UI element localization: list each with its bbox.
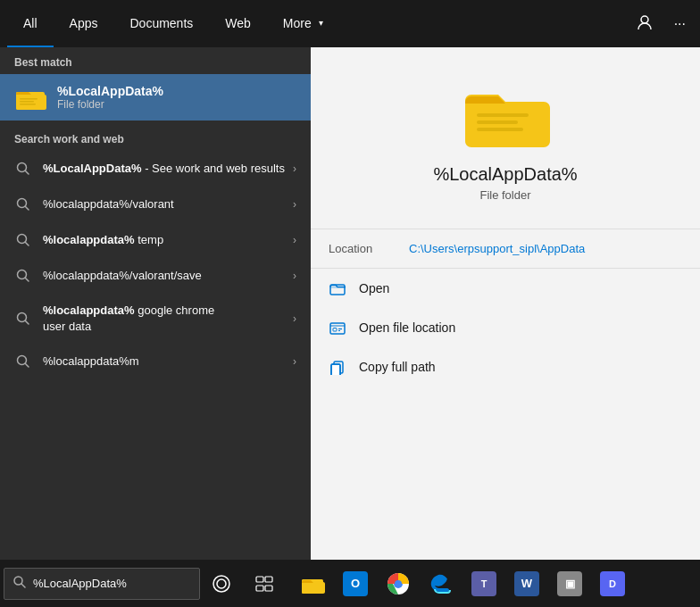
list-item-text: %LocalAppData% - See work and web result… xyxy=(43,161,293,177)
result-title: %LocalAppData% xyxy=(433,164,577,185)
svg-line-8 xyxy=(26,207,29,211)
more-options-button[interactable]: ··· xyxy=(667,9,693,39)
svg-rect-32 xyxy=(256,577,263,582)
open-file-location-action[interactable]: Open file location xyxy=(311,308,700,347)
svg-line-14 xyxy=(26,321,29,325)
word-icon: W xyxy=(514,571,539,596)
app-button[interactable]: ▣ xyxy=(550,560,589,607)
teams-icon: T xyxy=(471,571,496,596)
tab-more[interactable]: More ▾ xyxy=(267,0,339,47)
svg-rect-17 xyxy=(477,113,529,117)
list-item[interactable]: %localappdata% google chromeuser data › xyxy=(0,294,311,344)
location-link[interactable]: C:\Users\erpsupport_sipl\AppData xyxy=(409,242,585,255)
svg-point-30 xyxy=(213,576,229,592)
app-icon: ▣ xyxy=(557,571,582,596)
open-folder-icon xyxy=(329,279,346,297)
search-icon xyxy=(14,353,32,370)
top-nav: All Apps Documents Web More ▾ ··· xyxy=(0,0,700,47)
svg-line-16 xyxy=(26,364,29,368)
copy-icon xyxy=(329,358,346,376)
chevron-right-icon: › xyxy=(293,270,296,282)
best-match-label: Best match xyxy=(0,47,311,74)
svg-point-31 xyxy=(217,579,226,588)
svg-rect-33 xyxy=(265,577,272,582)
task-view-button[interactable] xyxy=(243,560,286,607)
taskbar-apps: O xyxy=(293,560,632,607)
tab-web[interactable]: Web xyxy=(209,0,267,47)
location-row: Location C:\Users\erpsupport_sipl\AppDat… xyxy=(311,229,700,269)
taskbar-search-box[interactable]: %LocalAppData% xyxy=(4,568,200,600)
search-icon xyxy=(14,231,32,249)
open-location-icon xyxy=(329,319,346,337)
list-item[interactable]: %localappdata% temp › xyxy=(0,222,311,258)
ellipsis-icon: ··· xyxy=(674,16,686,31)
right-panel: %LocalAppData% File folder Location C:\U… xyxy=(311,47,700,607)
search-icon xyxy=(14,267,32,285)
nav-right: ··· xyxy=(629,7,693,41)
teams-button[interactable]: T xyxy=(464,560,504,607)
list-item-text: %localappdata%/valorant/save xyxy=(43,268,293,284)
chrome-button[interactable] xyxy=(379,560,418,607)
chevron-down-icon: ▾ xyxy=(319,18,323,28)
svg-rect-18 xyxy=(477,121,518,124)
svg-rect-3 xyxy=(20,101,34,103)
svg-point-0 xyxy=(641,16,648,23)
tab-more-label: More xyxy=(283,16,312,30)
list-item-text: %localappdata% temp xyxy=(43,232,293,248)
list-item-text: %localappdata%m xyxy=(43,353,293,370)
search-icon xyxy=(14,310,32,328)
list-item[interactable]: %LocalAppData% - See work and web result… xyxy=(0,151,311,187)
tab-documents[interactable]: Documents xyxy=(113,0,209,47)
list-item[interactable]: %localappdata%m › xyxy=(0,344,311,379)
svg-line-29 xyxy=(21,584,25,587)
tab-documents-label: Documents xyxy=(129,16,193,30)
edge-button[interactable] xyxy=(421,560,461,607)
svg-rect-22 xyxy=(333,328,337,332)
list-item[interactable]: %localappdata%/valorant/save › xyxy=(0,258,311,294)
chevron-right-icon: › xyxy=(293,312,296,325)
main-container: Best match %LocalAppData% File folder Se… xyxy=(0,47,700,607)
tab-all-label: All xyxy=(23,16,38,30)
svg-line-10 xyxy=(26,243,29,246)
tab-apps[interactable]: Apps xyxy=(54,0,114,47)
cortana-button[interactable] xyxy=(200,560,243,607)
svg-rect-4 xyxy=(20,104,36,105)
copy-path-action[interactable]: Copy full path xyxy=(311,347,700,387)
copy-path-label: Copy full path xyxy=(359,360,436,374)
best-match-item[interactable]: %LocalAppData% File folder xyxy=(0,74,311,121)
open-file-location-label: Open file location xyxy=(359,320,455,335)
list-item[interactable]: %localappdata%/valorant › xyxy=(0,187,311,222)
tab-all[interactable]: All xyxy=(7,0,54,47)
outlook-icon: O xyxy=(343,571,368,596)
discord-button[interactable]: D xyxy=(593,560,632,607)
file-explorer-button[interactable] xyxy=(293,560,332,607)
search-icon xyxy=(14,195,32,213)
left-panel: Best match %LocalAppData% File folder Se… xyxy=(0,47,311,607)
folder-icon-large xyxy=(461,74,550,150)
user-icon-button[interactable] xyxy=(629,7,660,41)
chrome-icon xyxy=(386,571,411,596)
tab-web-label: Web xyxy=(225,16,251,30)
best-match-subtitle: File folder xyxy=(57,98,163,111)
svg-rect-34 xyxy=(256,586,263,591)
svg-rect-2 xyxy=(20,98,38,100)
chevron-right-icon: › xyxy=(293,355,296,368)
best-match-text: %LocalAppData% File folder xyxy=(57,84,163,111)
file-explorer-icon xyxy=(300,571,325,596)
discord-icon: D xyxy=(600,571,625,596)
word-button[interactable]: W xyxy=(507,560,546,607)
outlook-button[interactable]: O xyxy=(336,560,375,607)
open-action[interactable]: Open xyxy=(311,269,700,308)
taskbar: %LocalAppData% xyxy=(0,560,700,607)
list-item-text: %localappdata% google chromeuser data xyxy=(43,303,293,335)
folder-icon-small xyxy=(14,81,46,113)
search-work-label: Search work and web xyxy=(0,124,311,151)
svg-rect-26 xyxy=(331,364,340,375)
best-match-title: %LocalAppData% xyxy=(57,84,163,98)
svg-point-39 xyxy=(395,580,402,587)
result-subtitle: File folder xyxy=(479,188,530,202)
svg-rect-35 xyxy=(265,586,272,591)
search-icon xyxy=(14,160,32,178)
svg-rect-19 xyxy=(477,128,523,131)
svg-rect-21 xyxy=(330,323,345,334)
